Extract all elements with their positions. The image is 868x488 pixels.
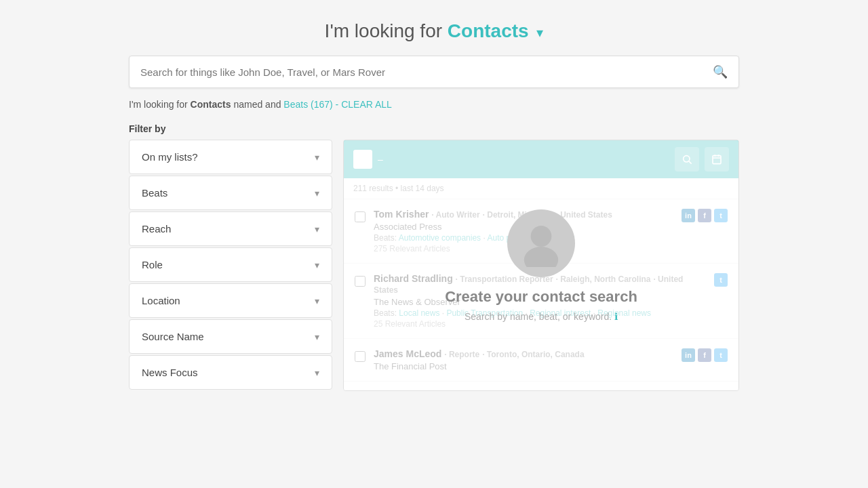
search-overlay: Create your contact search Search by nam… (344, 140, 738, 390)
beats-clear-link[interactable]: Beats (167) - CLEAR ALL (283, 99, 392, 110)
filter-beats[interactable]: Beats ▾ (129, 176, 332, 210)
overlay-subtitle: Search by name, beat, or keyword. ℹ (465, 311, 618, 322)
filter-role[interactable]: Role ▾ (129, 247, 332, 282)
overlay-title: Create your contact search (445, 288, 637, 306)
filter-news-focus[interactable]: News Focus ▾ (129, 355, 332, 390)
filter-by-label: Filter by (129, 123, 739, 134)
results-panel: – (343, 140, 739, 391)
header: I'm looking for Contacts ▾ (0, 0, 868, 56)
page-container: I'm looking for Contacts ▾ 🔍 I'm looking… (0, 0, 868, 488)
search-submit-icon[interactable]: 🔍 (713, 64, 728, 79)
contacts-dropdown-trigger[interactable]: Contacts (448, 20, 529, 41)
sidebar-filters: On my lists? ▾ Beats ▾ Reach ▾ Role ▾ Lo… (129, 140, 332, 391)
page-title: I'm looking for Contacts ▾ (0, 20, 868, 42)
overlay-info-icon[interactable]: ℹ (614, 311, 618, 322)
overlay-avatar (507, 209, 575, 277)
search-bar: 🔍 (129, 56, 739, 88)
dropdown-arrow-icon[interactable]: ▾ (536, 25, 543, 40)
search-input[interactable] (140, 66, 713, 78)
filter-description: I'm looking for Contacts named and Beats… (129, 99, 739, 110)
filter-on-my-lists[interactable]: On my lists? ▾ (129, 140, 332, 174)
svg-point-6 (531, 226, 552, 247)
filter-location[interactable]: Location ▾ (129, 283, 332, 318)
filter-reach[interactable]: Reach ▾ (129, 211, 332, 246)
main-layout: On my lists? ▾ Beats ▾ Reach ▾ Role ▾ Lo… (129, 140, 739, 391)
svg-point-7 (524, 246, 558, 266)
filter-source-name[interactable]: Source Name ▾ (129, 319, 332, 354)
